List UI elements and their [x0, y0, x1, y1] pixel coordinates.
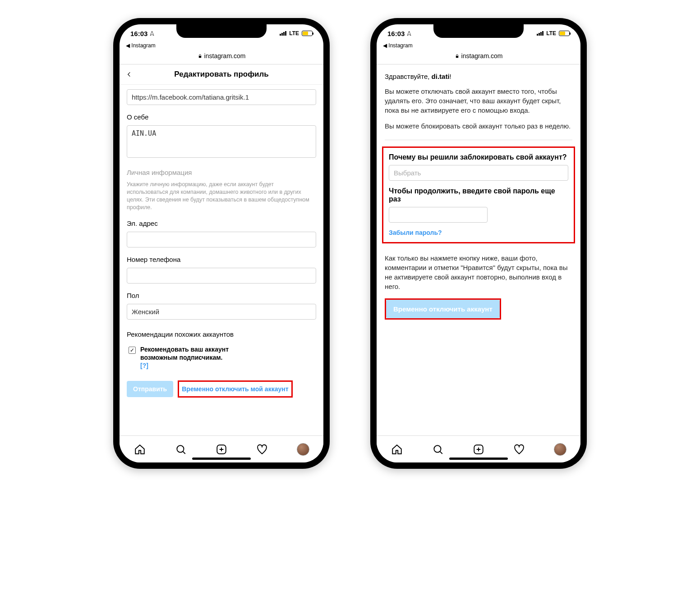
back-to-app[interactable]: ◀ Instagram — [377, 42, 580, 50]
page-header: Редактировать профиль — [120, 64, 323, 85]
phone-input[interactable] — [127, 268, 316, 284]
home-icon[interactable] — [391, 443, 403, 456]
divider — [385, 140, 572, 140]
add-post-icon[interactable] — [215, 443, 228, 456]
network-label: LTE — [546, 30, 556, 37]
bio-label: О себе — [127, 113, 316, 121]
website-input[interactable] — [127, 89, 316, 105]
svg-point-7 — [434, 445, 441, 452]
status-time: 16:03 — [387, 30, 405, 37]
info-paragraph-2: Вы можете блокировать свой аккаунт тольк… — [377, 121, 580, 131]
activity-icon[interactable] — [513, 443, 525, 456]
reason-select[interactable]: Выбрать — [389, 165, 568, 181]
lock-icon — [198, 54, 203, 59]
info-paragraph-3: Как только вы нажмете кнопку ниже, ваши … — [377, 253, 580, 291]
help-link[interactable]: [?] — [140, 362, 148, 369]
svg-point-1 — [177, 445, 184, 452]
page-title: Редактировать профиль — [174, 70, 268, 79]
personal-info-text: Укажите личную информацию, даже если акк… — [127, 181, 316, 211]
svg-line-2 — [183, 451, 185, 453]
address-bar[interactable]: instagram.com — [120, 50, 323, 64]
svg-rect-0 — [198, 56, 201, 58]
signal-icon — [280, 31, 286, 36]
battery-icon — [559, 31, 570, 36]
notch — [176, 24, 267, 38]
reason-question: Почему вы решили заблокировать свой акка… — [389, 153, 568, 161]
password-question: Чтобы продолжить, введите свой пароль ещ… — [389, 187, 568, 203]
submit-button[interactable]: Отправить — [127, 381, 173, 397]
page-content-left: Редактировать профиль О себе AIN.UA Личн… — [120, 64, 323, 435]
search-icon[interactable] — [175, 443, 187, 456]
search-icon[interactable] — [432, 443, 444, 456]
phone-mockup-right: 16:03 LTE ◀ Instagram instagram.com Здра… — [370, 18, 587, 469]
greeting-text: Здравствуйте, di.tati! — [377, 64, 580, 80]
activity-icon[interactable] — [256, 443, 268, 456]
profile-avatar[interactable] — [297, 443, 309, 456]
forgot-password-link[interactable]: Забыли пароль? — [389, 229, 442, 236]
url-text: instagram.com — [461, 52, 503, 60]
network-label: LTE — [289, 30, 299, 37]
battery-icon — [302, 31, 313, 36]
back-icon[interactable] — [126, 70, 132, 79]
email-input[interactable] — [127, 232, 316, 247]
personal-info-title: Личная информация — [127, 169, 316, 176]
page-content-right: Здравствуйте, di.tati! Вы можете отключа… — [377, 64, 580, 435]
highlight-form-section: Почему вы решили заблокировать свой акка… — [382, 146, 575, 243]
phone-mockup-left: 16:03 LTE ◀ Instagram instagram.com Реда… — [113, 18, 330, 469]
profile-avatar[interactable] — [554, 443, 566, 456]
recommend-checkbox[interactable]: ✓ — [129, 347, 136, 354]
password-input[interactable] — [389, 207, 488, 223]
status-time: 16:03 — [130, 30, 147, 37]
gender-input[interactable] — [127, 304, 316, 320]
address-bar[interactable]: instagram.com — [377, 50, 580, 64]
recommend-label: Рекомендовать ваш аккаунт возможным подп… — [140, 346, 229, 361]
url-text: instagram.com — [204, 52, 246, 60]
signal-icon — [537, 31, 543, 36]
info-paragraph-1: Вы можете отключать свой аккаунт вместо … — [377, 87, 580, 115]
bio-textarea[interactable]: AIN.UA — [127, 125, 316, 158]
notch — [433, 24, 524, 38]
similar-accounts-title: Рекомендации похожих аккаунтов — [127, 330, 316, 338]
gender-label: Пол — [127, 292, 316, 299]
location-icon — [406, 31, 412, 36]
lock-icon — [455, 54, 460, 59]
home-indicator[interactable] — [192, 458, 251, 460]
email-label: Эл. адрес — [127, 220, 316, 227]
svg-rect-6 — [456, 56, 458, 58]
phone-label: Номер телефона — [127, 256, 316, 263]
home-icon[interactable] — [134, 443, 146, 456]
location-icon — [149, 31, 155, 36]
back-to-app[interactable]: ◀ Instagram — [120, 42, 323, 50]
add-post-icon[interactable] — [472, 443, 485, 456]
home-indicator[interactable] — [449, 458, 508, 460]
svg-line-8 — [440, 451, 442, 453]
temporarily-disable-link[interactable]: Временно отключить мой аккаунт — [178, 380, 292, 398]
temporarily-disable-button[interactable]: Временно отключить аккаунт — [386, 300, 500, 318]
